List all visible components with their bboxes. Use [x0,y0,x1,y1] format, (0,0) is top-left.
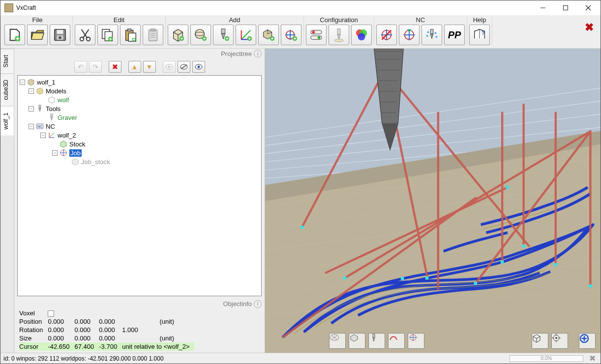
objectinfo-panel-label: Objectinfo [223,300,252,308]
help-button[interactable]: ? [469,25,490,45]
expand-toggle[interactable]: − [29,88,34,94]
svg-rect-1 [564,6,568,10]
expand-toggle[interactable]: − [29,106,34,112]
expand-toggle[interactable]: − [52,150,58,156]
viewport-toolbar [329,333,596,349]
file-open-button[interactable] [27,25,48,45]
workspace-close-button[interactable]: ✖ [583,21,596,34]
tree-tools-label[interactable]: Tools [46,105,60,112]
svg-rect-6 [57,30,63,34]
rotation-label: Rotation [19,326,48,334]
expand-toggle[interactable]: − [40,133,46,138]
tree-model-wolf[interactable]: wolf [58,96,69,104]
svg-rect-99 [401,277,404,280]
svg-text:NC: NC [37,125,42,128]
svg-point-9 [80,37,84,41]
toolbar-group-add-label: Add [168,16,301,24]
window-close-button[interactable] [577,0,600,15]
nc-simulate-button[interactable] [421,25,442,45]
visibility-ghost-button[interactable] [163,61,176,73]
vshow-mesh-button[interactable] [329,333,346,349]
projecttree-panel-label: Projecttree [221,50,252,57]
tree-nc-label[interactable]: NC [46,123,55,130]
undo-button[interactable]: ↶ [74,61,87,73]
status-close-button[interactable]: ✖ [587,354,598,363]
color-settings-button[interactable] [351,25,372,45]
svg-point-58 [436,36,438,38]
info-icon[interactable]: i [254,50,262,57]
view-center-button[interactable] [551,333,568,349]
visibility-show-button[interactable] [192,61,205,73]
nc-target-remove-button[interactable] [376,25,397,45]
clipboard-button[interactable] [143,25,163,45]
tree-root-label[interactable]: wolf_1 [37,79,56,86]
size-unit: (unit) [159,334,194,342]
svg-rect-42 [337,29,340,34]
project-tree[interactable]: − wolf_1 − Models wolf − Tools [17,75,262,296]
add-stock-button[interactable] [258,25,279,45]
vshow-path-button[interactable] [388,333,405,349]
svg-rect-97 [300,226,304,229]
tree-jobstock-label[interactable]: Job_stock [81,158,110,166]
info-icon[interactable]: i [254,300,262,308]
vshow-tool-button[interactable] [368,333,385,349]
nc-postprocess-button[interactable]: PP [444,25,465,45]
jobstock-icon [71,158,79,166]
nc-target-add-button[interactable] [399,25,420,45]
move-up-button[interactable]: ▲ [128,61,141,73]
expand-toggle[interactable]: − [29,124,34,129]
vtab-wolf1[interactable]: wolf_1 [0,106,14,136]
tools-folder-icon [36,105,44,112]
expand-toggle[interactable]: − [20,80,25,85]
view-box-button[interactable] [532,333,548,349]
status-text: id: 0 winpos: 292 112 worldpos: -42.501 … [3,355,164,362]
vshow-target-button[interactable] [408,333,424,349]
project-icon [27,78,35,86]
viewport-3d[interactable] [265,49,601,353]
position-label: Position [19,317,48,326]
cut-button[interactable] [75,25,95,45]
position-x: 0.000 [48,317,74,326]
size-z: 0.000 [99,334,122,342]
copy-button[interactable] [97,25,118,45]
visibility-hide-button[interactable] [178,61,190,73]
rotation-w: 1.000 [122,326,159,334]
add-tool-button[interactable] [213,25,234,45]
add-box-button[interactable] [168,25,188,45]
tree-models-label[interactable]: Models [46,87,66,95]
progress-bar: 0.0% [510,355,583,362]
vtab-cube3d[interactable]: cube3D [0,73,14,106]
voxel-checkbox[interactable] [48,310,54,317]
delete-node-button[interactable]: ✖ [109,61,121,73]
job-icon [60,149,67,157]
svg-point-8 [59,36,61,39]
vshow-solid-button[interactable] [349,333,365,349]
svg-rect-103 [522,245,525,248]
nc-folder-icon: NC [36,122,44,130]
app-title: VxCraft [16,4,36,11]
svg-point-57 [435,32,437,34]
cursor-note: unit relative to <wolf_2> [122,342,194,351]
file-save-button[interactable] [50,25,70,45]
vtab-start[interactable]: Start [0,49,14,73]
window-maximize-button[interactable] [554,0,577,15]
window-minimize-button[interactable] [532,0,554,15]
tool-library-button[interactable] [329,25,349,45]
add-job-button[interactable] [281,25,301,45]
tree-nc-wolf2[interactable]: wolf_2 [58,132,76,139]
add-axis-button[interactable] [236,25,256,45]
move-down-button[interactable]: ▼ [143,61,156,73]
svg-rect-15 [127,29,131,31]
settings-button[interactable] [306,25,327,45]
tree-stock-label[interactable]: Stock [69,140,86,148]
position-unit: (unit) [159,317,194,326]
add-sphere-button[interactable] [190,25,211,45]
tree-job-label[interactable]: Job [69,149,82,157]
toolbar-group-help-label: Help [469,16,490,24]
svg-point-65 [197,66,200,68]
paste-button[interactable] [120,25,141,45]
view-zoom-fit-button[interactable] [579,333,596,349]
file-new-button[interactable] [4,25,25,45]
redo-button[interactable]: ↷ [89,61,102,73]
tree-tool-graver[interactable]: Graver [58,114,77,121]
